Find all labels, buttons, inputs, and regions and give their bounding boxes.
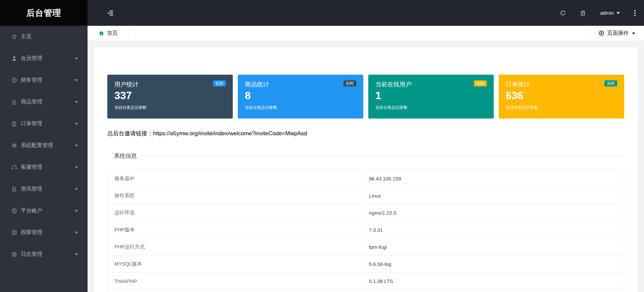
realtime-badge: 实时 [213,80,226,86]
username: admin [600,10,614,16]
invite-link-row: 总后台邀请链接： https://a5ymw.org/invite/index/… [107,130,624,137]
yen-circle-icon: ¥ [11,77,17,83]
clipboard-icon [11,121,17,127]
table-row: 运行环境 nginx/1.22.0 [108,204,624,221]
tab-home[interactable]: 首页 [88,26,129,41]
sidebar-item-members[interactable]: 会员管理 [0,48,88,69]
stat-card-orders: 订单统计 实时 636 当前分类总记录数 [499,75,624,119]
sidebar-item-label: 客服管理 [21,164,42,171]
brand-title: 后台管理 [26,7,61,18]
realtime-badge: 实时 [343,80,356,86]
sidebar-item-label: 系统配置管理 [21,142,53,149]
table-row: 服务器IP 96.43.105.159 [108,170,624,187]
stat-card-online-users: 当前在线用户 实时 1 当前分类总记录数 [368,75,494,119]
invite-label: 总后台邀请链接： [107,130,153,137]
topbar: admin [88,0,644,26]
chevron-down-icon [75,188,78,192]
card-title: 商品统计 [245,80,269,88]
card-head: 用户统计 实时 [114,80,226,88]
row-value: 5.6.50-log [362,256,624,272]
row-label: PHP版本 [108,221,362,238]
sidebar-item-news[interactable]: 资讯管理 [0,178,88,200]
sidebar-collapse-button[interactable] [107,10,114,16]
card-title: 用户统计 [114,80,139,88]
chevron-down-icon [75,232,78,235]
outdent-icon [107,10,114,16]
sidebar-item-platform-account[interactable]: $ 平台账户 [0,200,88,222]
sidebar-item-logs[interactable]: 日志管理 [0,243,88,265]
card-subtitle: 当前分类总记录数 [506,105,617,111]
admin-app: 后台管理 admin [0,0,644,292]
chevron-down-icon [75,58,78,61]
table-row: PHP运行方式 fpm-fcgi [108,238,624,256]
row-label: ThinkPHP [108,273,362,289]
row-value [362,290,624,292]
row-label [108,290,362,292]
section-title: 系统信息 [111,152,140,160]
card-value: 8 [245,89,356,102]
chevron-down-icon [75,210,78,214]
system-info-section: 系统信息 [107,156,624,156]
row-label: 操作系统 [108,187,362,204]
svg-text:¥: ¥ [13,78,15,82]
sidebar-item-finance[interactable]: ¥ 财务管理 [0,69,88,91]
realtime-badge: 实时 [474,80,487,86]
chevron-down-icon [616,12,620,16]
svg-text:$: $ [13,209,15,213]
invite-link[interactable]: https://a5ymw.org/invite/index/welcome?i… [153,130,307,137]
kebab-menu-icon [634,10,636,16]
row-value: nginx/1.22.0 [362,204,624,221]
chevron-down-icon [75,79,78,83]
more-menu-button[interactable] [634,10,636,16]
brand-logo: 后台管理 [0,0,88,26]
permission-icon [11,230,17,236]
sidebar-item-label: 财务管理 [21,77,42,84]
refresh-button[interactable] [560,10,566,16]
card-head: 订单统计 实时 [506,80,617,88]
stat-card-products: 商品统计 实时 8 当前分类总记录数 [238,75,363,119]
circle-dot-icon [598,30,604,36]
sidebar-item-products[interactable]: 商品管理 [0,91,88,113]
system-info-table: 服务器IP 96.43.105.159 操作系统 Linux 运行环境 ngin… [107,170,624,292]
realtime-badge: 实时 [604,80,617,86]
user-menu[interactable]: admin [600,10,620,16]
row-value: fpm-fcgi [362,238,624,255]
sidebar-item-system-config[interactable]: 系统配置管理 [0,135,88,156]
card-head: 商品统计 实时 [245,80,356,88]
layers-icon [11,251,17,258]
sidebar-item-support[interactable]: 客服管理 [0,156,88,178]
row-value: 96.43.105.159 [362,170,624,187]
sidebar-item-label: 商品管理 [21,98,42,105]
table-row: ThinkPHP 5.1.38 LTS [108,273,624,290]
chevron-down-icon [75,101,78,105]
sidebar-item-label: 订单管理 [21,120,42,127]
sidebar-nav: 主页 会员管理 ¥ 财务管理 商品管理 [0,26,88,292]
row-label: 运行环境 [108,204,362,221]
sidebar-item-orders[interactable]: 订单管理 [0,113,88,135]
table-row: PHP版本 7.3.31 [108,221,624,238]
table-row: MYSQL版本 5.6.50-log [108,256,624,273]
row-label: PHP运行方式 [108,238,362,255]
table-row-partial [108,290,624,292]
card-value: 1 [375,89,487,102]
card-title: 订单统计 [506,80,530,88]
sidebar-item-label: 权限管理 [21,229,42,236]
card-title: 当前在线用户 [375,80,412,88]
page-actions-button[interactable]: 页面操作 [589,26,644,41]
row-label: MYSQL版本 [108,256,362,272]
breadcrumb-bar: 首页 页面操作 [88,26,644,41]
main-area: 首页 页面操作 用户统计 实时 337 [88,26,644,292]
news-icon [11,186,17,192]
breadcrumb: 首页 [107,30,118,37]
card-head: 当前在线用户 实时 [375,80,487,88]
chevron-down-icon [75,123,78,127]
sidebar-item-permissions[interactable]: 权限管理 [0,222,88,243]
dollar-circle-icon: $ [11,208,17,214]
row-value: Linux [362,187,624,204]
clear-cache-button[interactable] [580,10,586,16]
chevron-down-icon [75,253,78,257]
topbar-actions: admin [560,10,644,16]
sidebar-item-label: 主页 [21,33,32,40]
sidebar-item-home[interactable]: 主页 [0,26,88,48]
user-icon [11,56,17,62]
